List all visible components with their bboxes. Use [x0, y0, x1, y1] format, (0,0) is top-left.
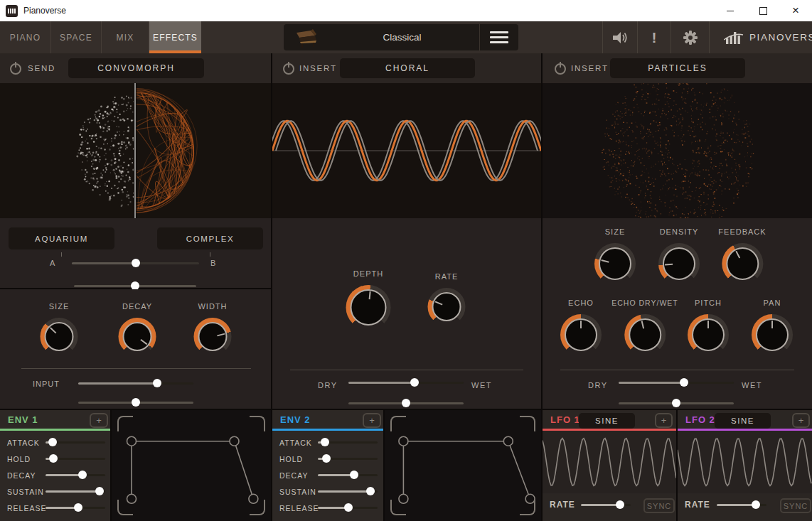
width-knob[interactable]: [194, 318, 232, 355]
release-label: RELEASE: [7, 504, 46, 512]
feedback-knob-block: FEEDBACK: [718, 227, 766, 284]
morph-slider[interactable]: [72, 259, 199, 267]
feedback-knob[interactable]: [722, 243, 763, 284]
env2-add-button[interactable]: +: [363, 413, 381, 428]
power-icon[interactable]: [282, 61, 296, 75]
env1-add-button[interactable]: +: [90, 413, 108, 428]
preset-menu-button[interactable]: [480, 31, 518, 43]
tab-effects[interactable]: EFFECTS: [149, 21, 201, 53]
preset-thumbnail: [284, 24, 325, 50]
density-knob-label: DENSITY: [660, 227, 699, 236]
rate-knob-block: RATE: [428, 272, 466, 326]
lfo1-rate-slider[interactable]: [581, 500, 631, 509]
alert-button[interactable]: !: [638, 21, 671, 53]
pan-knob[interactable]: [752, 314, 793, 355]
particles-mix-slider-2[interactable]: [619, 399, 734, 407]
size-knob-block: SIZE: [41, 302, 78, 355]
particles-header: INSERT PARTICLES: [543, 53, 812, 83]
panel-divider: [560, 370, 794, 370]
preset-name: Classical: [325, 32, 479, 43]
input-slider-2[interactable]: [78, 398, 193, 407]
env1-hold-slider[interactable]: [46, 454, 105, 463]
preset-selector[interactable]: Classical: [284, 24, 518, 50]
pitch-knob[interactable]: [688, 314, 729, 355]
ir-a-button[interactable]: AQUARIUM: [9, 227, 114, 249]
convomorph-knob-panel: SIZE DECAY WIDTH: [0, 289, 271, 409]
env2-release-slider[interactable]: [318, 503, 378, 512]
env1-decay-slider[interactable]: [46, 471, 105, 479]
morph-b-label: B: [210, 259, 216, 267]
corner-bracket: [250, 416, 265, 431]
choral-mix-slider[interactable]: [348, 378, 464, 387]
tab-space[interactable]: SPACE: [51, 21, 101, 53]
panel-divider: [21, 368, 251, 369]
lfo2-panel: LFO 2 SINE + RATE SYNC: [678, 410, 812, 521]
tab-mix[interactable]: MIX: [102, 21, 149, 53]
lfo1-rate-label: RATE: [550, 500, 575, 510]
density-knob-block: DENSITY: [658, 227, 700, 284]
rate-knob[interactable]: [428, 288, 466, 326]
particles-select-button[interactable]: PARTICLES: [610, 58, 745, 78]
hold-label: HOLD: [279, 455, 303, 463]
volume-button[interactable]: [603, 21, 637, 53]
convomorph-header: SEND CONVOMORPH: [0, 53, 271, 83]
env2-sustain-slider[interactable]: [318, 487, 378, 495]
env2-hold-slider[interactable]: [318, 454, 378, 463]
density-knob[interactable]: [658, 243, 700, 284]
depth-knob[interactable]: [346, 285, 391, 330]
pianoverse-logo-icon: [724, 31, 744, 45]
choral-mix-slider-2[interactable]: [348, 399, 464, 407]
app-piano-icon: [6, 5, 18, 17]
lfo1-shape-select[interactable]: SINE: [579, 413, 635, 429]
wet-label: WET: [471, 381, 492, 390]
env1-sustain-slider[interactable]: [46, 487, 105, 495]
maximize-button[interactable]: [747, 0, 779, 21]
corner-bracket: [520, 416, 535, 431]
rate-knob-label: RATE: [435, 272, 459, 281]
corner-bracket: [390, 416, 406, 431]
input-slider[interactable]: [78, 379, 193, 387]
convomorph-select-button[interactable]: CONVOMORPH: [68, 58, 204, 78]
morph-divider-handle[interactable]: [134, 83, 136, 218]
echo-knob[interactable]: [560, 314, 602, 355]
close-button[interactable]: ×: [779, 0, 812, 21]
env2-underline: [272, 429, 383, 431]
sustain-label: SUSTAIN: [279, 488, 316, 496]
env1-attack-slider[interactable]: [46, 438, 105, 446]
corner-bracket: [117, 500, 133, 515]
choral-select-button[interactable]: CHORAL: [340, 58, 475, 78]
particles-visualization: [543, 83, 812, 218]
lfo2-sync-button[interactable]: SYNC: [780, 498, 811, 513]
close-icon: ×: [792, 4, 799, 18]
env1-title: ENV 1: [8, 414, 38, 425]
lfo1-add-button[interactable]: +: [655, 413, 673, 428]
decay-knob-block: DECAY: [119, 302, 156, 355]
pianoverse-window: Pianoverse × PIANO SPACE MIX EFFECTS Cla…: [0, 0, 812, 521]
decay-knob-label: DECAY: [122, 302, 152, 311]
lfo1-sync-button[interactable]: SYNC: [643, 498, 675, 513]
env2-decay-slider[interactable]: [318, 471, 378, 479]
titlebar: Pianoverse ×: [0, 0, 812, 21]
feedback-knob-label: FEEDBACK: [718, 227, 766, 236]
env1-release-slider[interactable]: [46, 503, 105, 512]
size-knob[interactable]: [41, 318, 78, 355]
decay-label: DECAY: [279, 471, 308, 480]
power-icon[interactable]: [9, 61, 23, 75]
lfo2-add-button[interactable]: +: [792, 413, 810, 428]
ir-b-tick: [210, 252, 210, 257]
echo-drywet-knob[interactable]: [624, 314, 666, 355]
minimize-button[interactable]: [714, 0, 747, 21]
power-icon[interactable]: [553, 61, 567, 75]
ir-b-button[interactable]: COMPLEX: [157, 227, 263, 249]
particles-mix-slider[interactable]: [619, 378, 734, 387]
lfo2-rate-slider[interactable]: [717, 500, 766, 509]
decay-knob[interactable]: [119, 318, 156, 355]
settings-button[interactable]: [671, 21, 709, 53]
lfo2-shape-select[interactable]: SINE: [715, 413, 771, 429]
width-knob-label: WIDTH: [198, 302, 227, 311]
tab-piano[interactable]: PIANO: [0, 21, 50, 53]
minimize-icon: [727, 11, 734, 11]
corner-bracket: [390, 500, 406, 515]
env2-attack-slider[interactable]: [318, 438, 378, 446]
psize-knob[interactable]: [594, 243, 636, 284]
